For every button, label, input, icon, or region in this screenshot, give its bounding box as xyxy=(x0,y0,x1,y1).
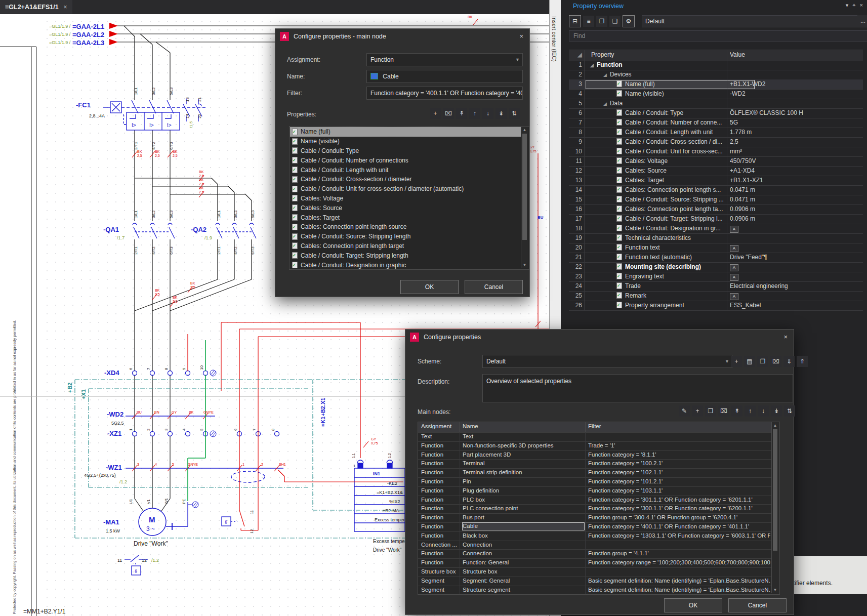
cancel-button[interactable]: Cancel xyxy=(465,280,523,294)
main-node-row[interactable]: Function Bus port Function group = '300.… xyxy=(418,513,772,523)
scroll-thumb[interactable] xyxy=(773,429,777,551)
dialog1-close-icon[interactable]: × xyxy=(519,32,523,40)
swap-icon[interactable]: ⇅ xyxy=(784,405,795,417)
main-node-row[interactable]: Segment Loop Segment definition: Name (i… xyxy=(418,594,772,595)
list-view-icon[interactable]: ≡ xyxy=(583,16,594,27)
dropdown-icon[interactable]: ▾ xyxy=(846,2,849,9)
main-node-row[interactable]: Function Terminal Function category = '1… xyxy=(418,459,772,469)
scheme-select[interactable]: Default ▼ xyxy=(642,15,867,27)
dialog2-titlebar[interactable]: A Configure properties × xyxy=(405,330,794,345)
scheme-select[interactable]: Default ▼ xyxy=(482,355,732,368)
property-row[interactable]: 24 Trade Electrical engineering xyxy=(569,281,863,292)
ok-button[interactable]: OK xyxy=(664,598,722,612)
property-row[interactable]: 17 Cable / Conduit: Target: Stripping l.… xyxy=(569,214,863,224)
cancel-button[interactable]: Cancel xyxy=(728,598,787,612)
copy-icon[interactable]: ❐ xyxy=(596,16,607,27)
description-field[interactable]: Overview of selected properties xyxy=(482,374,793,402)
tree-view-icon[interactable]: ⊟ xyxy=(569,15,581,27)
main-node-row[interactable]: Function Connection Function group = '4.… xyxy=(418,549,772,559)
move-down-icon[interactable]: ↓ xyxy=(758,405,769,417)
close-icon[interactable]: × xyxy=(860,2,863,9)
edit-icon[interactable]: ✎ xyxy=(679,405,690,417)
name-field[interactable]: Cable xyxy=(366,70,523,83)
properties-list-item[interactable]: Cable / Conduit: Unit for cross-section … xyxy=(290,184,522,194)
properties-list-item[interactable]: Cables: Voltage xyxy=(290,194,522,203)
property-row[interactable]: 2 ◢Devices xyxy=(569,70,863,80)
export-icon[interactable]: ⇑ xyxy=(797,356,808,367)
add-icon[interactable]: + xyxy=(731,356,742,367)
main-node-row[interactable]: Function PLC box Function category = '30… xyxy=(418,496,772,505)
main-nodes-table[interactable]: Assignment Name Filter Text Text Functio… xyxy=(418,422,780,595)
property-row[interactable]: 12 Cables: Source +A1-XD4 xyxy=(569,166,863,176)
properties-list[interactable]: Name (full)Name (visible)Cable / Conduit… xyxy=(289,126,529,270)
main-node-row[interactable]: Function PLC connection point Function c… xyxy=(418,504,772,514)
more-button[interactable]: ... xyxy=(857,15,867,26)
move-bottom-icon[interactable]: ↡ xyxy=(496,108,507,119)
property-row[interactable]: 16 Cables: Connection point length ta...… xyxy=(569,204,863,215)
ok-button[interactable]: OK xyxy=(400,280,459,294)
main-node-row[interactable]: Function Plug definition Function catego… xyxy=(418,486,772,496)
scroll-down-icon[interactable]: ▼ xyxy=(521,262,528,268)
move-up-icon[interactable]: ↑ xyxy=(745,405,756,417)
main-node-row[interactable]: Function Pin Function category = '101.2.… xyxy=(418,477,772,487)
properties-list-item[interactable]: Cable / Conduit: Source: Stripping lengt… xyxy=(290,232,522,241)
dialog2-close-icon[interactable]: × xyxy=(783,333,788,341)
scroll-up-icon[interactable]: ▲ xyxy=(521,127,528,133)
filter-field[interactable]: Function category = '400.1.1' OR Functio… xyxy=(366,87,523,100)
properties-list-item[interactable]: Cables: Connection point length target xyxy=(290,241,522,251)
properties-list-item[interactable]: Cables: Source xyxy=(290,203,522,213)
add-icon[interactable]: + xyxy=(430,108,441,119)
property-row[interactable]: 4 Name (visible) -WD2 xyxy=(569,89,863,99)
main-node-row[interactable]: Segment Structure segment Basic segment … xyxy=(418,586,772,595)
properties-list-item[interactable]: Cable / Conduit: Cross-section / diamete… xyxy=(290,175,522,184)
delete-icon[interactable]: ⌧ xyxy=(718,405,729,417)
dialog2-scrollbar[interactable]: ▲ ▼ xyxy=(771,422,779,593)
property-row[interactable]: 10 Cable / Conduit: Unit for cross-sec..… xyxy=(569,147,863,157)
property-row[interactable]: 3 Name (full) +B1.X1-WD2 xyxy=(569,79,863,90)
find-input[interactable]: Find xyxy=(569,30,867,42)
properties-list-item[interactable]: Cables: Connection point length source xyxy=(290,222,522,232)
tab-schematic-page[interactable]: =GL2+A1&EFS1/1 × xyxy=(0,0,72,14)
properties-list-item[interactable]: Cable / Conduit: Length with unit xyxy=(290,165,522,175)
save-icon[interactable]: ▤ xyxy=(744,356,755,367)
property-row[interactable]: 19 Technical characteristics xyxy=(569,233,863,243)
properties-list-item[interactable]: Name (visible) xyxy=(290,137,522,146)
main-node-row[interactable]: Text Text xyxy=(418,432,772,442)
property-row[interactable]: 5 ◢Data xyxy=(569,99,863,109)
main-node-row[interactable]: Function Non-function-specific 3D proper… xyxy=(418,441,772,451)
copy-icon[interactable]: ❐ xyxy=(757,356,768,367)
paste-icon[interactable]: ❏ xyxy=(609,16,621,27)
property-row[interactable]: 20 Function text A xyxy=(569,243,863,253)
user-filter-icon[interactable]: ⚙ xyxy=(623,15,635,27)
property-row[interactable]: 8 Cable / Conduit: Length with unit 1.77… xyxy=(569,128,863,138)
properties-list-item[interactable]: Cables: Target xyxy=(290,213,522,222)
pin-icon[interactable]: ⌖ xyxy=(852,2,855,9)
property-row[interactable]: 1 ◢Function xyxy=(569,60,863,70)
property-row[interactable]: 23 Engraving text A xyxy=(569,272,863,282)
scroll-down-icon[interactable]: ▼ xyxy=(772,587,778,593)
property-row[interactable]: 7 Cable / Conduit: Number of conne... 5G xyxy=(569,118,863,128)
delete-icon[interactable]: ⌧ xyxy=(443,108,454,119)
main-node-row[interactable]: Segment Segment: General Basic segment d… xyxy=(418,577,772,586)
property-row[interactable]: 14 Cables: Connection point length s... … xyxy=(569,185,863,195)
copy-icon[interactable]: ❐ xyxy=(705,405,716,417)
dialog1-titlebar[interactable]: A Configure properties - main node × xyxy=(275,29,529,44)
scroll-thumb[interactable] xyxy=(522,134,527,240)
main-node-row[interactable]: Function Terminal strip definition Funct… xyxy=(418,468,772,478)
move-down-icon[interactable]: ↓ xyxy=(482,108,493,119)
property-row[interactable]: 25 Remark A xyxy=(569,291,863,301)
move-up-icon[interactable]: ↑ xyxy=(469,108,480,119)
properties-list-item[interactable]: Name (full) xyxy=(290,127,522,137)
main-node-row[interactable]: Function Part placement 3D Function cate… xyxy=(418,450,772,460)
swap-icon[interactable]: ⇅ xyxy=(509,108,520,119)
property-row[interactable]: 11 Cables: Voltage 450/750V xyxy=(569,156,863,167)
move-top-icon[interactable]: ↟ xyxy=(456,108,467,119)
property-row[interactable]: 22 Mounting site (describing) A xyxy=(569,262,863,272)
dialog1-scrollbar[interactable]: ▲ ▼ xyxy=(521,127,528,268)
property-row[interactable]: 13 Cables: Target +B1.X1-XZ1 xyxy=(569,176,863,186)
main-node-row[interactable]: Structure box Structure box xyxy=(418,567,772,577)
property-row[interactable]: 15 Cable / Conduit: Source: Stripping ..… xyxy=(569,195,863,205)
tab-close-icon[interactable]: × xyxy=(64,4,67,11)
delete-icon[interactable]: ⌧ xyxy=(770,356,781,367)
property-row[interactable]: 18 Cable / Conduit: Designation in gr...… xyxy=(569,224,863,234)
